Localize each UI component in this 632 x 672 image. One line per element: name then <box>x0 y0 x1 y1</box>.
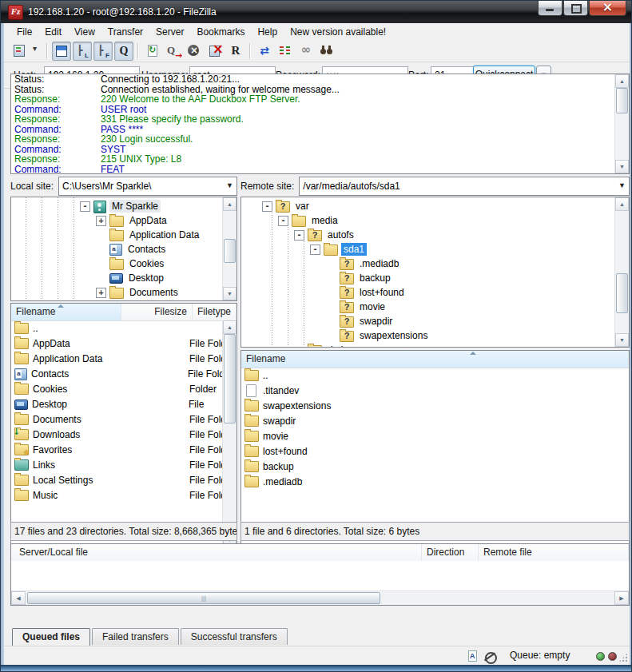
scrollbar-thumb[interactable] <box>616 88 628 113</box>
tree-item[interactable]: sda1 <box>241 242 615 256</box>
tree-item[interactable]: lost+found <box>241 285 615 300</box>
column-header-filetype[interactable]: Filetype <box>193 304 237 320</box>
tree-expander-icon[interactable] <box>80 201 90 212</box>
queue-tab[interactable]: Failed transfers <box>92 628 179 645</box>
file-list-row[interactable]: .. <box>241 368 629 383</box>
file-list-row[interactable]: movie <box>241 428 629 443</box>
site-manager-button[interactable] <box>10 42 29 61</box>
menu-item[interactable]: Help <box>251 25 284 39</box>
file-list-row[interactable]: Desktop File <box>11 396 223 412</box>
file-list-row[interactable]: Favorites File Folder <box>11 442 223 457</box>
menu-item[interactable]: New version available! <box>284 25 392 39</box>
file-list-row[interactable]: lost+found <box>241 443 629 459</box>
tree-item[interactable]: dvd <box>241 343 615 347</box>
tree-expander-icon[interactable] <box>96 216 106 226</box>
tree-item[interactable]: autofs <box>241 228 615 242</box>
scrollbar-thumb[interactable] <box>27 592 380 604</box>
toggle-queue-button[interactable] <box>114 42 133 61</box>
file-list-row[interactable]: Downloads File Folder <box>11 427 223 442</box>
file-list-row[interactable]: Local Settings File Folder <box>11 472 223 487</box>
tree-item[interactable]: Cookies <box>11 256 223 271</box>
scroll-up-icon[interactable]: ▲ <box>223 197 237 211</box>
scrollbar-thumb[interactable] <box>224 334 236 423</box>
directory-comparison-button[interactable] <box>255 42 274 61</box>
tree-item[interactable]: media <box>241 213 615 228</box>
close-button[interactable] <box>589 1 626 16</box>
comparison-mode-button[interactable] <box>276 42 295 61</box>
column-header-remote-file[interactable]: Remote file <box>479 544 629 561</box>
refresh-button[interactable] <box>143 42 162 61</box>
tree-item[interactable]: Application Data <box>11 228 223 242</box>
menu-item[interactable]: View <box>68 25 101 39</box>
file-list-row[interactable]: Application Data File Folder <box>11 351 223 366</box>
scrollbar-thumb[interactable] <box>616 273 628 313</box>
site-manager-dropdown[interactable] <box>30 42 42 61</box>
tree-item[interactable]: Downloads <box>11 300 223 300</box>
menu-item[interactable]: File <box>10 25 38 39</box>
tree-item[interactable]: AppData <box>11 213 223 228</box>
resize-grip[interactable] <box>618 653 628 662</box>
title-bar[interactable]: Fz 192.168.1.20 - root@192.168.1.20 - Fi… <box>1 1 632 23</box>
local-list-scrollbar[interactable]: ▲ ▼ <box>222 320 237 547</box>
tree-item[interactable]: Mr Sparkle <box>11 199 223 213</box>
tree-item[interactable]: Documents <box>11 285 223 300</box>
transfer-type-icon[interactable] <box>466 650 479 662</box>
file-list-row[interactable]: swapextensions <box>241 398 629 413</box>
local-site-combobox[interactable]: C:\Users\Mr Sparkle\ ▼ <box>58 177 237 196</box>
file-list-row[interactable]: Links File Folder <box>11 457 223 472</box>
tree-item[interactable]: swapextensions <box>241 328 615 343</box>
find-files-button[interactable] <box>317 42 336 61</box>
toggle-message-log-button[interactable] <box>52 42 71 61</box>
scroll-up-icon[interactable]: ▲ <box>223 320 237 334</box>
process-queue-button[interactable] <box>164 42 183 61</box>
synchronized-browsing-button[interactable] <box>296 42 316 61</box>
local-tree-scrollbar[interactable]: ▲ ▼ <box>222 197 237 300</box>
file-list-row[interactable]: .titandev <box>241 383 629 398</box>
remote-tree-scrollbar[interactable]: ▲ ▼ <box>614 197 629 347</box>
chevron-down-icon[interactable]: ▼ <box>618 181 626 189</box>
tree-expander-icon[interactable] <box>278 216 288 226</box>
maximize-button[interactable] <box>563 1 588 16</box>
scroll-up-icon[interactable]: ▲ <box>615 197 629 211</box>
file-list-row[interactable]: Contacts File Folder <box>11 366 223 381</box>
menu-item[interactable]: Bookmarks <box>190 25 251 39</box>
file-list-row[interactable]: backup <box>241 459 629 474</box>
menu-item[interactable]: Server <box>149 25 190 39</box>
toggle-remote-tree-button[interactable] <box>93 42 113 61</box>
scrollbar-thumb[interactable] <box>224 239 236 263</box>
tree-expander-icon[interactable] <box>262 201 272 212</box>
toggle-local-tree-button[interactable] <box>73 42 92 61</box>
tree-expander-icon[interactable] <box>310 245 320 255</box>
column-header-direction[interactable]: Direction <box>422 544 479 561</box>
scroll-down-icon[interactable]: ▼ <box>615 333 629 347</box>
column-header-filesize[interactable]: Filesize <box>121 304 193 320</box>
cancel-button[interactable] <box>185 42 204 61</box>
log-scrollbar[interactable]: ▲ ▼ <box>614 74 629 173</box>
menu-item[interactable]: Transfer <box>101 25 149 39</box>
scroll-up-icon[interactable]: ▲ <box>615 74 629 88</box>
scroll-right-icon[interactable]: ▶ <box>614 591 629 605</box>
minimize-button[interactable] <box>538 1 562 16</box>
disconnect-button[interactable] <box>205 42 225 61</box>
file-list-row[interactable]: AppData File Folder <box>11 336 223 351</box>
tree-item[interactable]: Desktop <box>11 271 223 285</box>
tree-item[interactable]: Contacts <box>11 242 223 256</box>
file-list-row[interactable]: Documents File Folder <box>11 412 223 427</box>
queue-tab[interactable]: Queued files <box>12 628 90 646</box>
chevron-down-icon[interactable]: ▼ <box>226 181 233 189</box>
menu-item[interactable]: Edit <box>38 25 68 39</box>
tree-item[interactable]: .mediadb <box>241 256 615 271</box>
file-list-row[interactable]: .. <box>11 320 223 336</box>
queue-tab[interactable]: Successful transfers <box>181 628 288 645</box>
scroll-down-icon[interactable]: ▼ <box>615 160 629 173</box>
column-header-filename[interactable]: Filename <box>241 351 629 368</box>
tree-expander-icon[interactable] <box>294 230 304 241</box>
column-header-server-local-file[interactable]: Server/Local file <box>11 544 422 561</box>
scroll-down-icon[interactable]: ▼ <box>223 287 237 300</box>
tree-item[interactable]: movie <box>241 300 615 314</box>
tree-expander-icon[interactable] <box>96 288 106 298</box>
file-list-row[interactable]: swapdir <box>241 413 629 428</box>
file-list-row[interactable]: Cookies Folder <box>11 381 223 396</box>
reconnect-button[interactable] <box>226 42 245 61</box>
speed-limits-icon[interactable] <box>483 650 496 662</box>
